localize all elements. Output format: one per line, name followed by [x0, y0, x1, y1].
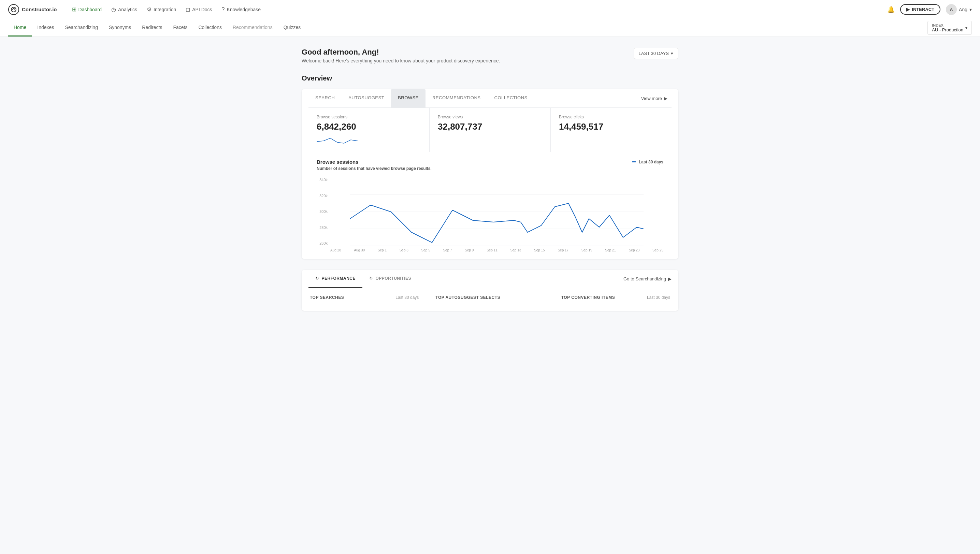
date-filter-button[interactable]: LAST 30 DAYS ▾ — [634, 48, 678, 59]
legend-dot — [632, 161, 636, 162]
y-label-340k: 340k — [317, 178, 328, 182]
dashboard-label: Dashboard — [78, 7, 102, 12]
top-converting-header: TOP CONVERTING ITEMS Last 30 days — [561, 295, 670, 300]
view-more-link[interactable]: View more ▶ — [637, 93, 671, 104]
nav-link-dashboard[interactable]: ⊞ Dashboard — [68, 4, 106, 15]
go-to-searchandizing-link[interactable]: Go to Searchandizing ▶ — [623, 274, 671, 284]
nav-home[interactable]: Home — [8, 19, 32, 37]
x-label-sep13: Sep 13 — [510, 248, 521, 252]
second-nav-links: Home Indexes Searchandizing Synonyms Red… — [8, 19, 306, 37]
user-menu[interactable]: A Ang ▾ — [946, 4, 972, 15]
top-autosuggest-col: TOP AUTOSUGGEST SELECTS — [435, 295, 544, 304]
index-label: INDEX — [932, 23, 963, 27]
interact-label: INTERACT — [912, 7, 934, 12]
opportunities-label: OPPORTUNITIES — [376, 276, 411, 281]
tab-opportunities[interactable]: ↻ OPPORTUNITIES — [362, 270, 418, 288]
nav-link-analytics[interactable]: ◷ Analytics — [107, 4, 141, 15]
analytics-label: Analytics — [118, 7, 137, 12]
x-label-sep7: Sep 7 — [443, 248, 452, 252]
y-axis-labels: 340k 320k 300k 280k 260k — [317, 178, 330, 252]
index-selector-content: INDEX AU - Production — [932, 23, 963, 32]
opportunities-refresh-icon: ↻ — [369, 276, 373, 281]
arrow-right-icon: ▶ — [664, 96, 668, 101]
x-label-sep11: Sep 11 — [487, 248, 497, 252]
performance-tabs: ↻ PERFORMANCE ↻ OPPORTUNITIES Go to Sear… — [302, 270, 678, 288]
y-label-320k: 320k — [317, 194, 328, 198]
stat-browse-clicks: Browse clicks 14,459,517 — [551, 108, 671, 152]
performance-refresh-icon: ↻ — [315, 276, 319, 281]
nav-collections[interactable]: Collections — [193, 19, 227, 37]
nav-link-knowledgebase[interactable]: ? Knowledgebase — [218, 5, 265, 15]
chart-legend: Last 30 days — [632, 160, 663, 164]
top-navigation: Constructor.io ⊞ Dashboard ◷ Analytics ⚙… — [0, 0, 980, 19]
top-searches-title: TOP SEARCHES — [310, 295, 344, 300]
chart-svg — [330, 178, 663, 246]
perf-tab-list: ↻ PERFORMANCE ↻ OPPORTUNITIES — [309, 270, 418, 288]
view-more-label: View more — [641, 96, 662, 101]
browse-views-value: 32,807,737 — [438, 121, 542, 132]
second-navigation: Home Indexes Searchandizing Synonyms Red… — [0, 19, 980, 37]
x-label-sep5: Sep 5 — [421, 248, 430, 252]
tabs-header: SEARCH AUTOSUGGEST BROWSE RECOMMENDATION… — [309, 89, 671, 108]
interact-button[interactable]: ▶ INTERACT — [900, 4, 940, 15]
top-nav-right: 🔔 ▶ INTERACT A Ang ▾ — [887, 4, 972, 15]
nav-link-integration[interactable]: ⚙ Integration — [143, 4, 180, 15]
performance-label: PERFORMANCE — [322, 276, 356, 281]
play-icon: ▶ — [906, 7, 910, 12]
tab-search[interactable]: SEARCH — [309, 89, 341, 107]
go-to-label: Go to Searchandizing — [623, 276, 666, 282]
tab-autosuggest[interactable]: AUTOSUGGEST — [341, 89, 391, 107]
tab-browse[interactable]: BROWSE — [391, 89, 425, 107]
main-content: Good afternoon, Ang! Welcome back! Here'… — [285, 37, 695, 322]
stat-browse-views: Browse views 32,807,737 — [430, 108, 551, 152]
x-label-sep15: Sep 15 — [534, 248, 545, 252]
sessions-sparkline — [317, 135, 421, 145]
nav-recommendations[interactable]: Recommendations — [227, 19, 278, 37]
logo[interactable]: Constructor.io — [8, 4, 57, 15]
x-label-sep21: Sep 21 — [605, 248, 616, 252]
integration-icon: ⚙ — [147, 6, 151, 13]
chart-wrapper: 340k 320k 300k 280k 260k — [317, 178, 663, 252]
x-label-sep3: Sep 3 — [400, 248, 408, 252]
x-label-sep9: Sep 9 — [465, 248, 473, 252]
nav-quizzes[interactable]: Quizzes — [278, 19, 306, 37]
nav-synonyms[interactable]: Synonyms — [104, 19, 137, 37]
logo-text: Constructor.io — [22, 6, 57, 12]
tab-recommendations[interactable]: RECOMMENDATIONS — [425, 89, 488, 107]
browse-clicks-value: 14,459,517 — [559, 121, 663, 132]
index-value: AU - Production — [932, 27, 963, 32]
user-name: Ang — [959, 7, 967, 12]
nav-redirects[interactable]: Redirects — [137, 19, 167, 37]
nav-link-api-docs[interactable]: ◻ API Docs — [182, 4, 216, 15]
x-label-sep19: Sep 19 — [582, 248, 592, 252]
analytics-icon: ◷ — [111, 6, 116, 13]
top-autosuggest-header: TOP AUTOSUGGEST SELECTS — [435, 295, 544, 300]
top-converting-col: TOP CONVERTING ITEMS Last 30 days — [561, 295, 670, 304]
index-selector[interactable]: INDEX AU - Production ▾ — [927, 21, 972, 35]
browse-sessions-value: 6,842,260 — [317, 121, 421, 132]
x-label-sep25: Sep 25 — [652, 248, 663, 252]
legend-label: Last 30 days — [639, 160, 663, 164]
dashboard-icon: ⊞ — [72, 6, 76, 13]
top-searches-header: TOP SEARCHES Last 30 days — [310, 295, 419, 300]
nav-searchandizing[interactable]: Searchandizing — [59, 19, 104, 37]
greeting: Good afternoon, Ang! Welcome back! Here'… — [302, 48, 500, 64]
integration-label: Integration — [153, 7, 176, 12]
knowledgebase-icon: ? — [222, 6, 225, 13]
y-label-280k: 280k — [317, 226, 328, 229]
api-docs-icon: ◻ — [186, 6, 190, 13]
notification-bell-icon[interactable]: 🔔 — [887, 6, 895, 13]
x-label-sep23: Sep 23 — [629, 248, 640, 252]
top-autosuggest-title: TOP AUTOSUGGEST SELECTS — [435, 295, 500, 300]
overview-card: SEARCH AUTOSUGGEST BROWSE RECOMMENDATION… — [302, 89, 678, 259]
tab-performance[interactable]: ↻ PERFORMANCE — [309, 270, 362, 288]
tab-collections[interactable]: COLLECTIONS — [488, 89, 534, 107]
top-nav-links: ⊞ Dashboard ◷ Analytics ⚙ Integration ◻ … — [68, 4, 265, 15]
chart-title-row: Browse sessions Last 30 days — [317, 159, 663, 165]
chart-subtitle: Number of sessions that have viewed brow… — [317, 166, 663, 171]
nav-facets[interactable]: Facets — [167, 19, 193, 37]
bottom-section: TOP SEARCHES Last 30 days TOP AUTOSUGGES… — [302, 288, 678, 311]
browse-sessions-label: Browse sessions — [317, 115, 421, 119]
x-axis-labels: Aug 28 Aug 30 Sep 1 Sep 3 Sep 5 Sep 7 Se… — [330, 247, 663, 252]
nav-indexes[interactable]: Indexes — [32, 19, 59, 37]
